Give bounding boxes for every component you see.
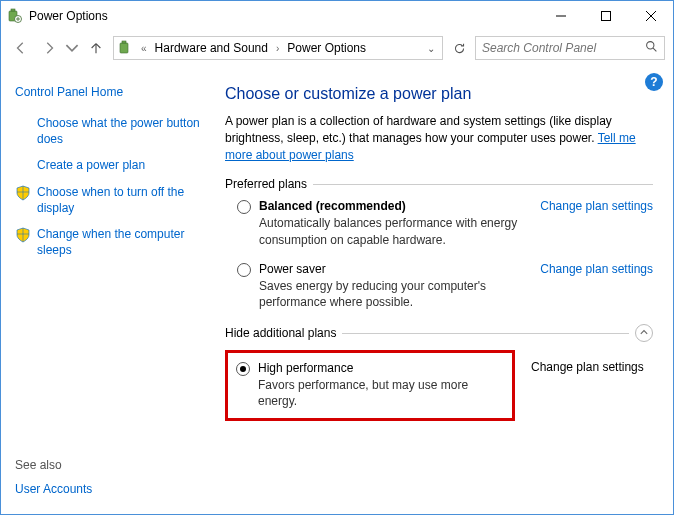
breadcrumb[interactable]: « Hardware and Sound › Power Options ⌄ xyxy=(113,36,443,60)
window: Power Options « Hardware and So xyxy=(0,0,674,515)
maximize-button[interactable] xyxy=(583,2,628,31)
divider xyxy=(313,184,653,185)
see-also-label: See also xyxy=(15,458,62,472)
page-heading: Choose or customize a power plan xyxy=(225,85,653,103)
plan-name[interactable]: Power saver xyxy=(259,262,530,276)
svg-rect-3 xyxy=(601,12,610,21)
sidebar: Control Panel Home Choose what the power… xyxy=(1,67,211,514)
svg-rect-1 xyxy=(11,9,15,11)
back-button[interactable] xyxy=(9,36,33,60)
plan-name[interactable]: Balanced (recommended) xyxy=(259,199,530,213)
close-button[interactable] xyxy=(628,2,673,31)
highlight-box: High performance Favors performance, but… xyxy=(225,350,515,420)
user-accounts-link[interactable]: User Accounts xyxy=(15,482,92,496)
sidebar-item-create-plan[interactable]: Create a power plan xyxy=(15,157,203,173)
sidebar-item-sleep[interactable]: Change when the computer sleeps xyxy=(15,226,203,258)
sidebar-item-label: Create a power plan xyxy=(37,157,145,173)
breadcrumb-item[interactable]: Power Options xyxy=(284,39,369,57)
plan-desc: Automatically balances performance with … xyxy=(259,215,530,247)
additional-plans-header[interactable]: Hide additional plans xyxy=(225,324,653,342)
titlebar: Power Options xyxy=(1,1,673,31)
window-title: Power Options xyxy=(29,9,538,23)
app-icon xyxy=(7,8,23,24)
content-body: Control Panel Home Choose what the power… xyxy=(1,67,673,514)
search-input[interactable] xyxy=(482,41,645,55)
divider xyxy=(342,333,629,334)
refresh-button[interactable] xyxy=(447,36,471,60)
sidebar-item-display-off[interactable]: Choose when to turn off the display xyxy=(15,184,203,216)
shield-icon xyxy=(15,185,31,201)
change-settings-link[interactable]: Change plan settings xyxy=(540,262,653,276)
radio-high-performance[interactable] xyxy=(236,362,250,376)
sidebar-item-label: Change when the computer sleeps xyxy=(37,226,203,258)
change-settings-link[interactable]: Change plan settings xyxy=(540,199,653,213)
collapse-icon[interactable] xyxy=(635,324,653,342)
plan-name[interactable]: High performance xyxy=(258,361,502,375)
search-box[interactable] xyxy=(475,36,665,60)
search-icon[interactable] xyxy=(645,40,658,56)
preferred-plans-header: Preferred plans xyxy=(225,177,653,191)
plan-desc: Saves energy by reducing your computer's… xyxy=(259,278,530,310)
section-label: Hide additional plans xyxy=(225,326,336,340)
up-button[interactable] xyxy=(85,37,107,59)
sidebar-item-label: Choose what the power button does xyxy=(37,115,203,147)
plan-desc: Favors performance, but may use more ene… xyxy=(258,377,502,409)
plan-power-saver: Power saver Saves energy by reducing you… xyxy=(225,262,653,310)
svg-rect-5 xyxy=(122,41,126,43)
sidebar-item-label: Choose when to turn off the display xyxy=(37,184,203,216)
page-description: A power plan is a collection of hardware… xyxy=(225,113,653,163)
section-label: Preferred plans xyxy=(225,177,307,191)
desc-text: A power plan is a collection of hardware… xyxy=(225,114,612,145)
shield-icon xyxy=(15,227,31,243)
change-settings-link[interactable]: Change plan settings xyxy=(531,360,644,374)
plan-balanced: Balanced (recommended) Automatically bal… xyxy=(225,199,653,247)
chevron-right-icon: › xyxy=(273,43,282,54)
plan-high-performance: High performance Favors performance, but… xyxy=(236,361,502,409)
navbar: « Hardware and Sound › Power Options ⌄ xyxy=(1,31,673,65)
chevron-right-icon: « xyxy=(138,43,150,54)
breadcrumb-icon xyxy=(118,40,134,56)
svg-point-6 xyxy=(647,42,654,49)
radio-power-saver[interactable] xyxy=(237,263,251,277)
recent-dropdown[interactable] xyxy=(65,36,79,60)
svg-rect-4 xyxy=(120,43,128,53)
minimize-button[interactable] xyxy=(538,2,583,31)
radio-balanced[interactable] xyxy=(237,200,251,214)
breadcrumb-item[interactable]: Hardware and Sound xyxy=(152,39,271,57)
sidebar-item-power-button[interactable]: Choose what the power button does xyxy=(15,115,203,147)
breadcrumb-dropdown[interactable]: ⌄ xyxy=(424,43,438,54)
main-panel: Choose or customize a power plan A power… xyxy=(211,67,673,514)
control-panel-home-link[interactable]: Control Panel Home xyxy=(15,85,203,99)
forward-button[interactable] xyxy=(37,36,61,60)
